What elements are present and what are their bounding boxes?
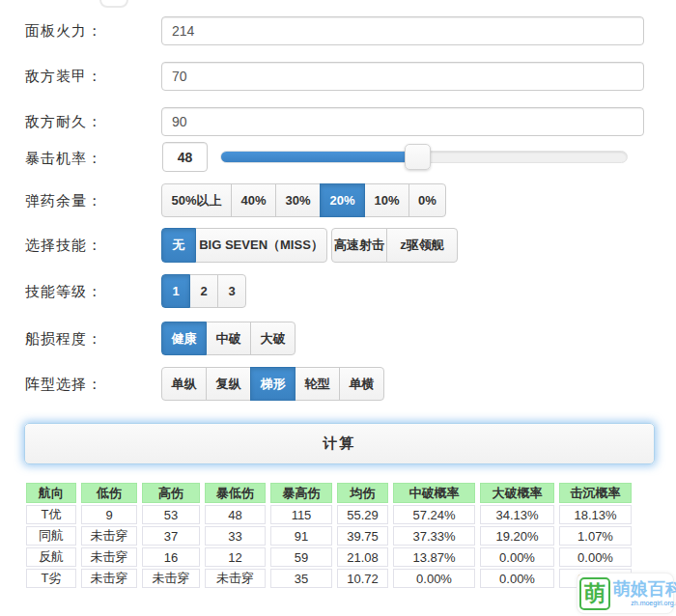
table-cell: 未击穿 <box>81 547 137 567</box>
table-cell: 0.00% <box>393 569 475 588</box>
table-cell: 37.33% <box>393 526 475 546</box>
table-cell: 9 <box>81 505 137 524</box>
calculate-button[interactable]: 计算 <box>24 423 655 464</box>
table-cell: 34.13% <box>480 505 554 524</box>
moegirl-watermark: 萌 萌娘百科 zh.moegirl.org.cn <box>577 573 674 614</box>
table-cell: T劣 <box>26 569 76 588</box>
table-cell: 13.87% <box>393 547 475 567</box>
table-cell: 19.20% <box>480 526 554 546</box>
table-cell: 0.00% <box>559 547 632 567</box>
table-cell: 35 <box>270 569 332 588</box>
formation-option-3[interactable]: 轮型 <box>295 367 340 401</box>
results-table: 航向低伤高伤暴低伤暴高伤均伤中破概率大破概率击沉概率 T优9534811555.… <box>21 481 636 590</box>
table-cell: 57.24% <box>393 505 475 524</box>
moegirl-url: zh.moegirl.org.cn <box>631 600 676 606</box>
formation-label: 阵型选择： <box>25 376 102 394</box>
skill-option-1[interactable]: BIG SEVEN（MISS） <box>195 228 327 263</box>
table-cell: T优 <box>26 505 76 524</box>
table-cell: 0.00% <box>480 547 554 567</box>
skill-level-option-2[interactable]: 3 <box>217 274 246 308</box>
crit-rate-slider-track[interactable] <box>220 151 628 163</box>
form-row-crit-rate: 暴击机率： <box>0 142 676 173</box>
table-cell: 55.29 <box>337 505 388 524</box>
skill-option-10[interactable]: 高速射击 <box>331 228 387 263</box>
panel-firepower-label: 面板火力： <box>25 22 102 41</box>
moegirl-logo-icon: 萌 <box>579 577 610 610</box>
table-header-cell: 低伤 <box>81 483 137 503</box>
table-cell: 91 <box>270 526 332 546</box>
ammo-option-5[interactable]: 0% <box>408 183 446 217</box>
skill-option-11[interactable]: z驱领舰 <box>386 228 458 263</box>
table-cell: 18.13% <box>559 505 632 524</box>
table-row: 同航未击穿37339139.7537.33%19.20%1.07% <box>26 526 632 546</box>
cutoff-element-top <box>99 0 128 8</box>
table-cell: 12 <box>205 547 266 567</box>
panel-firepower-input[interactable] <box>161 16 644 45</box>
ship-damage-option-1[interactable]: 中破 <box>206 322 251 355</box>
skill-level-option-1[interactable]: 2 <box>189 274 218 308</box>
table-header-cell: 均伤 <box>337 483 388 503</box>
formation-option-2[interactable]: 梯形 <box>250 367 296 401</box>
crit-rate-label: 暴击机率： <box>25 150 102 168</box>
table-cell: 59 <box>270 547 332 567</box>
moegirl-site-name: 萌娘百科 <box>613 580 676 598</box>
table-cell: 21.08 <box>337 547 388 567</box>
ammo-option-2[interactable]: 30% <box>275 183 321 217</box>
table-cell: 10.72 <box>337 569 388 588</box>
formation-option-0[interactable]: 单纵 <box>161 367 207 401</box>
formation-button-group: 单纵复纵梯形轮型单横 <box>161 367 384 401</box>
table-header-cell: 暴低伤 <box>205 483 266 503</box>
skill-level-option-0[interactable]: 1 <box>161 274 190 308</box>
table-cell: 53 <box>142 505 200 524</box>
form-row-skill: 选择技能：无BIG SEVEN（MISS）高速射击z驱领舰 <box>0 228 676 263</box>
form-row-skill-level: 技能等级：123 <box>0 274 676 308</box>
table-header-cell: 击沉概率 <box>559 483 632 503</box>
skill-level-button-group: 123 <box>161 274 246 308</box>
table-cell: 1.07% <box>559 526 632 546</box>
formation-option-1[interactable]: 复纵 <box>206 367 251 401</box>
enemy-hp-label: 敌方耐久： <box>25 113 102 131</box>
enemy-armor-input[interactable] <box>161 62 644 91</box>
table-row: T劣未击穿未击穿未击穿3510.720.00%0.00%0.00% <box>26 569 632 588</box>
ammo-option-0[interactable]: 50%以上 <box>161 183 232 217</box>
enemy-hp-input[interactable] <box>161 107 644 136</box>
table-row: 反航未击穿16125921.0813.87%0.00%0.00% <box>26 547 632 567</box>
slider-handle[interactable] <box>405 144 431 170</box>
table-cell: 未击穿 <box>142 569 200 588</box>
table-cell: 16 <box>142 547 200 567</box>
skill-option-0[interactable]: 无 <box>161 228 196 263</box>
form-row-ship-damage: 船损程度：健康中破大破 <box>0 322 676 355</box>
table-header-cell: 中破概率 <box>393 483 475 503</box>
skill-button-group: 无BIG SEVEN（MISS）高速射击z驱领舰 <box>161 228 458 263</box>
formation-option-4[interactable]: 单横 <box>339 367 384 401</box>
skill-level-label: 技能等级： <box>25 283 102 301</box>
crit-rate-input[interactable] <box>162 142 208 172</box>
ammo-button-group: 50%以上40%30%20%10%0% <box>161 183 446 217</box>
table-cell: 39.75 <box>337 526 388 546</box>
table-cell: 反航 <box>26 547 76 567</box>
ammo-option-1[interactable]: 40% <box>231 183 276 217</box>
table-header-cell: 高伤 <box>142 483 200 503</box>
enemy-armor-label: 敌方装甲： <box>25 68 102 86</box>
table-cell: 未击穿 <box>81 526 137 546</box>
table-row: T优9534811555.2957.24%34.13%18.13% <box>26 505 632 524</box>
ship-damage-option-0[interactable]: 健康 <box>161 322 207 355</box>
ammo-option-3[interactable]: 20% <box>320 183 365 217</box>
ammo-option-4[interactable]: 10% <box>364 183 409 217</box>
table-cell: 0.00% <box>480 569 554 588</box>
table-cell: 115 <box>270 505 332 524</box>
form-row-formation: 阵型选择：单纵复纵梯形轮型单横 <box>0 367 676 401</box>
table-header-row: 航向低伤高伤暴低伤暴高伤均伤中破概率大破概率击沉概率 <box>26 483 632 503</box>
slider-fill <box>221 152 417 162</box>
table-cell: 48 <box>205 505 266 524</box>
table-cell: 同航 <box>26 526 76 546</box>
ship-damage-label: 船损程度： <box>25 330 102 349</box>
table-cell: 33 <box>205 526 266 546</box>
form-row-ammo: 弹药余量：50%以上40%30%20%10%0% <box>0 183 676 217</box>
ship-damage-button-group: 健康中破大破 <box>161 322 296 355</box>
skill-label: 选择技能： <box>25 237 102 255</box>
table-header-cell: 暴高伤 <box>270 483 332 503</box>
ship-damage-option-2[interactable]: 大破 <box>250 322 296 355</box>
table-cell: 未击穿 <box>205 569 266 588</box>
table-cell: 37 <box>142 526 200 546</box>
